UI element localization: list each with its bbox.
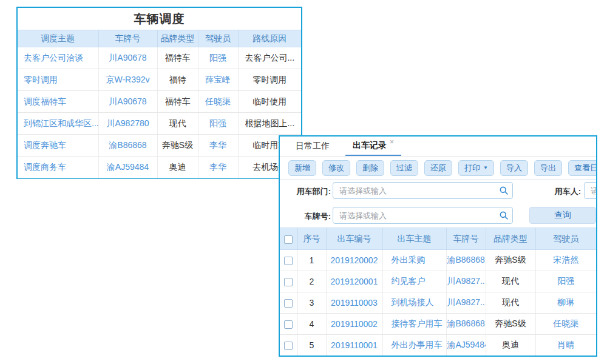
add-button[interactable]: 新增 <box>288 160 316 176</box>
checkbox-cell <box>280 335 297 356</box>
tab-bar: 日常工作 出车记录 × <box>280 136 596 157</box>
tab-label: 日常工作 <box>296 141 330 152</box>
user-input[interactable] <box>584 182 597 199</box>
row-checkbox[interactable] <box>284 342 293 350</box>
trip-subject-link[interactable]: 到机场接人 <box>382 292 446 314</box>
dispatch-subject-link[interactable]: 到锦江区和成华区... <box>18 113 98 135</box>
table-row: 调度福特车 川A90678 福特车 任晓渠 临时使用 <box>18 91 301 113</box>
tab-trip-records[interactable]: 出车记录 × <box>345 136 401 156</box>
plate-number-link[interactable]: 川A9827... <box>446 271 486 292</box>
row-checkbox[interactable] <box>284 257 293 265</box>
select-all-cell <box>280 228 297 250</box>
serial-cell: 5 <box>297 335 326 356</box>
col-route-reason: 路线原因 <box>238 30 301 47</box>
plate-number-link[interactable]: 川A9827... <box>446 292 486 314</box>
checkbox-cell <box>280 314 297 335</box>
user-field <box>584 182 597 199</box>
col-driver: 驾驶员 <box>535 228 596 250</box>
driver-link[interactable]: 李华 <box>198 135 238 157</box>
query-button[interactable]: 查询 <box>529 207 596 224</box>
row-checkbox[interactable] <box>284 278 293 286</box>
serial-cell: 3 <box>297 292 326 314</box>
delete-button[interactable]: 删除 <box>356 160 384 176</box>
desktop-background: 车辆调度 调度主题 车牌号 品牌类型 驾驶员 路线原因 去客户公司洽谈 川A90… <box>0 0 607 364</box>
plate-number-link[interactable]: 渝B86868 <box>98 135 157 157</box>
brand-type-cell: 福特车 <box>157 91 198 113</box>
trip-records-panel: 日常工作 出车记录 × 新增 修改 删除 过滤 还原 打印 ▼ 导入 导出 查看… <box>279 135 597 357</box>
brand-type-cell: 现代 <box>157 113 198 135</box>
print-button-label: 打印 <box>464 163 480 174</box>
checkbox-cell <box>280 250 297 271</box>
brand-type-cell: 奔驰S级 <box>157 135 198 157</box>
col-plate-number: 车牌号 <box>446 228 486 250</box>
col-plate-number: 车牌号 <box>98 30 157 47</box>
driver-link[interactable]: 任晓渠 <box>198 91 238 113</box>
col-brand-type: 品牌类型 <box>486 228 535 250</box>
driver-link[interactable]: 宋浩然 <box>535 250 596 271</box>
trip-number-link[interactable]: 2019120001 <box>326 271 382 292</box>
row-checkbox[interactable] <box>284 299 293 308</box>
records-header-row: 序号 出车编号 出车主题 车牌号 品牌类型 驾驶员 <box>280 228 596 250</box>
plate-number-link[interactable]: 渝AJ59484 <box>446 335 486 356</box>
panel-title: 车辆调度 <box>18 8 301 30</box>
trip-number-link[interactable]: 2019110003 <box>326 292 382 314</box>
plate-label: 车牌号: <box>280 211 331 222</box>
brand-type-cell: 福特 <box>157 69 198 91</box>
table-row: 零时调用 京W-R392v 福特 薛宝峰 零时调用 <box>18 69 301 91</box>
trip-subject-link[interactable]: 约见客户 <box>382 271 446 292</box>
serial-cell: 2 <box>297 271 326 292</box>
brand-type-cell: 奥迪 <box>486 335 535 356</box>
dept-input[interactable] <box>333 182 513 199</box>
dispatch-subject-link[interactable]: 零时调用 <box>18 69 98 91</box>
search-icon[interactable] <box>499 211 509 220</box>
trip-subject-link[interactable]: 外出办事用车 <box>382 335 446 356</box>
table-row: 1 2019120002 外出采购 渝B86868 奔驰S级 宋浩然 <box>280 250 596 271</box>
dispatch-subject-link[interactable]: 调度奔驰车 <box>18 135 98 157</box>
table-row: 去客户公司洽谈 川A90678 福特车 阳强 去客户公司... <box>18 47 301 69</box>
driver-link[interactable]: 任晓渠 <box>535 314 596 335</box>
dispatch-subject-link[interactable]: 调度商务车 <box>18 157 98 178</box>
plate-field <box>333 207 513 224</box>
driver-link[interactable]: 阳强 <box>535 271 596 292</box>
plate-number-link[interactable]: 川A90678 <box>98 47 157 69</box>
dispatch-table: 调度主题 车牌号 品牌类型 驾驶员 路线原因 去客户公司洽谈 川A90678 福… <box>18 30 301 178</box>
driver-link[interactable]: 阳强 <box>198 47 238 69</box>
plate-number-link[interactable]: 川A90678 <box>98 91 157 113</box>
import-button[interactable]: 导入 <box>500 160 528 176</box>
print-button[interactable]: 打印 ▼ <box>458 160 494 176</box>
trip-number-link[interactable]: 2019110001 <box>326 335 382 356</box>
driver-link[interactable]: 阳强 <box>198 113 238 135</box>
restore-button[interactable]: 还原 <box>424 160 452 176</box>
trip-number-link[interactable]: 2019120002 <box>326 250 382 271</box>
plate-number-link[interactable]: 渝B86868 <box>446 314 486 335</box>
close-icon[interactable]: × <box>390 138 394 146</box>
driver-link[interactable]: 薛宝峰 <box>198 69 238 91</box>
driver-link[interactable]: 柳琳 <box>535 292 596 314</box>
tab-daily-work[interactable]: 日常工作 <box>288 136 337 156</box>
table-row: 调度商务车 渝AJ59484 奥迪 李华 去机场接 <box>18 157 301 178</box>
trip-subject-link[interactable]: 外出采购 <box>382 250 446 271</box>
caret-down-icon: ▼ <box>483 165 488 170</box>
checkbox-cell <box>280 292 297 314</box>
select-all-checkbox[interactable] <box>284 235 293 244</box>
row-checkbox[interactable] <box>284 320 293 329</box>
driver-link[interactable]: 肖晴 <box>535 335 596 356</box>
plate-input[interactable] <box>333 207 513 224</box>
search-icon[interactable] <box>499 186 509 195</box>
driver-link[interactable]: 李华 <box>198 157 238 178</box>
plate-number-link[interactable]: 川A982780 <box>98 113 157 135</box>
plate-number-link[interactable]: 渝AJ59484 <box>98 157 157 178</box>
trip-subject-link[interactable]: 接待客户用车 <box>382 314 446 335</box>
filter-button[interactable]: 过滤 <box>390 160 418 176</box>
trip-number-link[interactable]: 2019110002 <box>326 314 382 335</box>
plate-number-link[interactable]: 渝B86868 <box>446 250 486 271</box>
plate-number-link[interactable]: 京W-R392v <box>98 69 157 91</box>
export-button[interactable]: 导出 <box>534 160 562 176</box>
table-row: 到锦江区和成华区... 川A982780 现代 阳强 根据地图上... <box>18 113 301 135</box>
edit-button[interactable]: 修改 <box>322 160 350 176</box>
brand-type-cell: 福特车 <box>157 47 198 69</box>
dispatch-subject-link[interactable]: 去客户公司洽谈 <box>18 47 98 69</box>
dispatch-subject-link[interactable]: 调度福特车 <box>18 91 98 113</box>
view-log-button[interactable]: 查看日志 <box>568 160 597 176</box>
serial-cell: 1 <box>297 250 326 271</box>
